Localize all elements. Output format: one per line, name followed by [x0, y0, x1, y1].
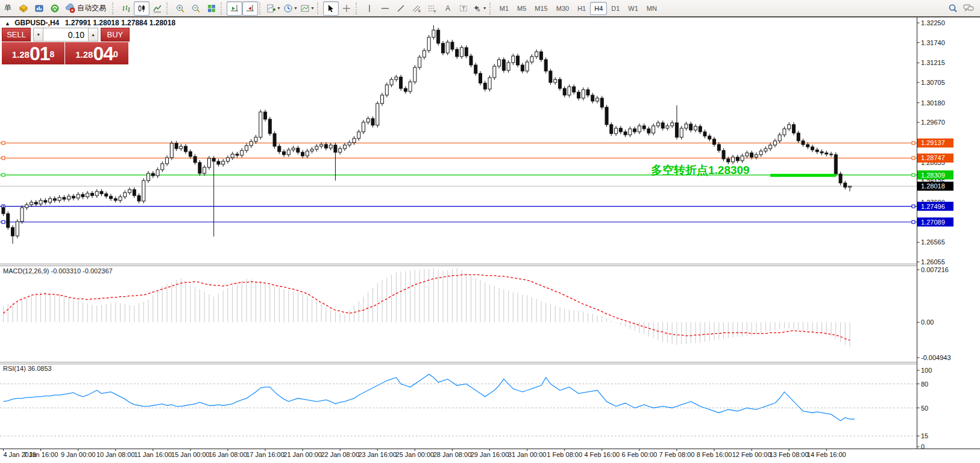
vertical-line-tool-button[interactable] [362, 1, 377, 16]
timeframe-button-m30[interactable]: M30 [552, 2, 573, 15]
buy-button[interactable]: BUY [101, 28, 130, 42]
line-handle[interactable] [2, 141, 5, 144]
timeframe-button-m15[interactable]: M15 [530, 2, 551, 15]
auto-scroll-button[interactable] [227, 1, 242, 16]
cursor-icon [326, 4, 336, 13]
buy-price-pips: 04 [93, 45, 113, 63]
fibonacci-tool-button[interactable]: F [424, 1, 440, 16]
time-axis-label: 8 Feb 16:00 [697, 451, 732, 458]
dropdown-caret-icon: ▼ [483, 6, 487, 10]
line-handle[interactable] [2, 173, 5, 176]
line-handle[interactable] [2, 157, 5, 160]
dropdown-caret-icon: ▼ [310, 6, 315, 10]
axis-tick-label: 1.30705 [921, 79, 945, 86]
chart-shift-button[interactable] [242, 1, 258, 16]
timeframe-button-w1[interactable]: W1 [624, 2, 642, 15]
text-tool-button[interactable]: A [440, 1, 456, 16]
svg-text:1.27496: 1.27496 [921, 203, 945, 210]
trendline-tool-button[interactable] [393, 1, 409, 16]
cursor-button[interactable] [323, 1, 339, 16]
svg-text:A: A [445, 4, 450, 13]
time-axis-label: 10 Jan 08:00 [96, 451, 135, 458]
volume-input[interactable] [43, 28, 88, 42]
price-badge: 1.29137 [917, 138, 953, 148]
time-axis-label: 31 Jan 00:00 [508, 451, 547, 458]
volume-decrease-button[interactable]: ▼ [33, 28, 43, 42]
timeframe-button-m1[interactable]: M1 [495, 2, 513, 15]
chat-icon [963, 3, 975, 14]
navigator-icon [50, 4, 60, 13]
new-order-button[interactable]: 单 [0, 1, 16, 16]
tile-windows-button[interactable] [204, 1, 219, 16]
data-window-icon [34, 4, 44, 13]
toolbar-separator [356, 2, 359, 14]
time-axis-label: 15 Jan 00:00 [171, 451, 210, 458]
text-label-tool-button[interactable]: T [456, 1, 471, 16]
market-watch-button[interactable] [16, 1, 31, 16]
periods-button[interactable]: ▼ [282, 1, 299, 16]
time-axis-label: 23 Jan 16:00 [358, 451, 397, 458]
zoom-in-button[interactable] [172, 1, 188, 16]
crosshair-button[interactable] [339, 1, 354, 16]
axis-tick-label: 0 [921, 443, 925, 450]
market-watch-icon [19, 4, 28, 13]
macd-indicator-label: MACD(12,26,9) -0.003310 -0.002367 [3, 267, 113, 275]
timeframe-button-h1[interactable]: H1 [573, 2, 590, 15]
fibonacci-icon: F [427, 4, 437, 13]
line-chart-type-button[interactable] [149, 1, 165, 16]
bar-chart-type-button[interactable] [118, 1, 134, 16]
chat-button[interactable] [961, 1, 976, 16]
indicators-button[interactable]: ▼ [265, 1, 282, 16]
rsi-indicator-label: RSI(14) 36.0853 [3, 365, 52, 372]
time-axis-label: 11 Jan 16:00 [134, 451, 172, 458]
price-badge: 1.28747 [917, 154, 953, 163]
zoom-out-button[interactable] [188, 1, 204, 16]
macd-histogram [4, 268, 850, 347]
sell-price-box[interactable]: 1.28 01 8 [2, 42, 64, 64]
line-handle[interactable] [912, 141, 915, 144]
arrows-tool-button[interactable]: ▼ [471, 1, 488, 16]
price-badge: 1.27496 [917, 202, 953, 211]
candlestick-chart-type-button[interactable] [134, 1, 149, 16]
timeframe-button-m5[interactable]: M5 [513, 2, 530, 15]
indicators-icon [266, 4, 276, 13]
autotrading-label: 自动交易 [75, 3, 108, 13]
symbol-ohlc: 1.27991 1.28018 1.27884 1.28018 [65, 19, 176, 27]
horizontal-line-tool-button[interactable] [377, 1, 393, 16]
line-handle[interactable] [912, 220, 915, 223]
autotrading-button[interactable]: 自动交易 [63, 1, 111, 16]
line-handle[interactable] [912, 173, 915, 176]
time-axis-label: 12 Feb 00:00 [732, 451, 771, 458]
time-axis-label: 25 Jan 00:00 [396, 451, 435, 458]
time-axis-label: 16 Jan 08:00 [209, 451, 247, 458]
line-handle[interactable] [912, 205, 915, 208]
timeframe-button-mn[interactable]: MN [642, 2, 661, 15]
line-handle[interactable] [912, 157, 915, 160]
search-button[interactable] [945, 1, 961, 16]
axis-tick-label: 1.26565 [921, 238, 945, 246]
volume-increase-button[interactable]: ▲ [88, 28, 98, 42]
tile-windows-icon [207, 4, 216, 13]
svg-text:T: T [462, 5, 465, 11]
navigator-button[interactable] [47, 1, 63, 16]
text-icon: A [443, 4, 453, 13]
timeframe-button-d1[interactable]: D1 [607, 2, 624, 15]
time-axis-label: 28 Jan 08:00 [433, 451, 472, 458]
sell-button[interactable]: SELL [2, 28, 31, 42]
price-badge: 1.28309 [917, 170, 953, 179]
data-window-button[interactable] [31, 1, 47, 16]
axis-tick-label: 50 [921, 405, 928, 412]
one-click-toggle-icon[interactable]: ▲ [5, 20, 10, 26]
line-handle[interactable] [2, 220, 5, 223]
new-order-label: 单 [2, 3, 13, 13]
timeframe-button-h4[interactable]: H4 [590, 2, 607, 15]
sell-price-point: 8 [50, 42, 55, 66]
arrows-icon [473, 4, 482, 13]
one-click-trading-panel: SELL ▼ ▲ BUY 1.28 01 8 1.28 04 0 [2, 28, 130, 64]
time-axis-label: 29 Jan 16:00 [471, 451, 509, 458]
trend-annotation-text[interactable]: 多空转折点1.28309 [651, 163, 750, 178]
buy-price-box[interactable]: 1.28 04 0 [65, 42, 128, 64]
buy-price-base: 1.28 [75, 47, 93, 63]
equidistant-channel-tool-button[interactable]: E [409, 1, 424, 16]
templates-button[interactable]: ▼ [299, 1, 316, 16]
